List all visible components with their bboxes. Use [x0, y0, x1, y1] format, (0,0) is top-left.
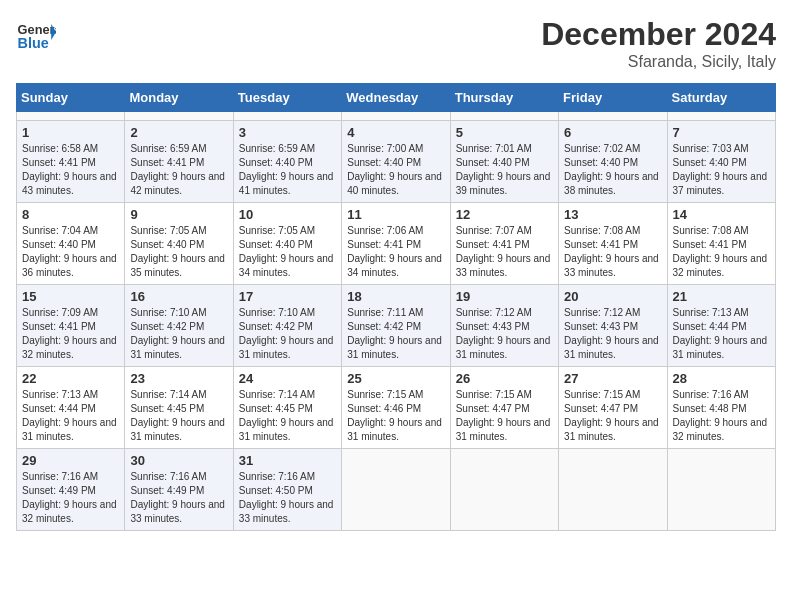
- day-number: 1: [22, 125, 119, 140]
- day-info: Sunrise: 7:16 AMSunset: 4:49 PMDaylight:…: [130, 470, 227, 526]
- calendar-cell: 25Sunrise: 7:15 AMSunset: 4:46 PMDayligh…: [342, 367, 450, 449]
- calendar-cell: 1Sunrise: 6:58 AMSunset: 4:41 PMDaylight…: [17, 121, 125, 203]
- calendar-cell: 3Sunrise: 6:59 AMSunset: 4:40 PMDaylight…: [233, 121, 341, 203]
- calendar-cell: 8Sunrise: 7:04 AMSunset: 4:40 PMDaylight…: [17, 203, 125, 285]
- day-info: Sunrise: 7:14 AMSunset: 4:45 PMDaylight:…: [130, 388, 227, 444]
- calendar-cell: [125, 112, 233, 121]
- day-info: Sunrise: 6:59 AMSunset: 4:40 PMDaylight:…: [239, 142, 336, 198]
- calendar-cell: 31Sunrise: 7:16 AMSunset: 4:50 PMDayligh…: [233, 449, 341, 531]
- day-info: Sunrise: 7:04 AMSunset: 4:40 PMDaylight:…: [22, 224, 119, 280]
- calendar-week-row: 22Sunrise: 7:13 AMSunset: 4:44 PMDayligh…: [17, 367, 776, 449]
- calendar-cell: [667, 449, 775, 531]
- location-subtitle: Sfaranda, Sicily, Italy: [541, 53, 776, 71]
- calendar-week-row: 1Sunrise: 6:58 AMSunset: 4:41 PMDaylight…: [17, 121, 776, 203]
- day-info: Sunrise: 7:13 AMSunset: 4:44 PMDaylight:…: [22, 388, 119, 444]
- day-info: Sunrise: 7:07 AMSunset: 4:41 PMDaylight:…: [456, 224, 553, 280]
- day-info: Sunrise: 7:00 AMSunset: 4:40 PMDaylight:…: [347, 142, 444, 198]
- day-info: Sunrise: 7:12 AMSunset: 4:43 PMDaylight:…: [564, 306, 661, 362]
- calendar-cell: 30Sunrise: 7:16 AMSunset: 4:49 PMDayligh…: [125, 449, 233, 531]
- calendar-cell: 20Sunrise: 7:12 AMSunset: 4:43 PMDayligh…: [559, 285, 667, 367]
- day-info: Sunrise: 7:14 AMSunset: 4:45 PMDaylight:…: [239, 388, 336, 444]
- calendar-cell: 26Sunrise: 7:15 AMSunset: 4:47 PMDayligh…: [450, 367, 558, 449]
- page-header: General Blue December 2024 Sfaranda, Sic…: [16, 16, 776, 71]
- title-block: December 2024 Sfaranda, Sicily, Italy: [541, 16, 776, 71]
- calendar-header-row: SundayMondayTuesdayWednesdayThursdayFrid…: [17, 84, 776, 112]
- day-info: Sunrise: 7:09 AMSunset: 4:41 PMDaylight:…: [22, 306, 119, 362]
- col-header-saturday: Saturday: [667, 84, 775, 112]
- day-info: Sunrise: 7:16 AMSunset: 4:49 PMDaylight:…: [22, 470, 119, 526]
- calendar-week-row: 29Sunrise: 7:16 AMSunset: 4:49 PMDayligh…: [17, 449, 776, 531]
- calendar-cell: 22Sunrise: 7:13 AMSunset: 4:44 PMDayligh…: [17, 367, 125, 449]
- day-info: Sunrise: 6:58 AMSunset: 4:41 PMDaylight:…: [22, 142, 119, 198]
- day-info: Sunrise: 7:12 AMSunset: 4:43 PMDaylight:…: [456, 306, 553, 362]
- calendar-cell: 2Sunrise: 6:59 AMSunset: 4:41 PMDaylight…: [125, 121, 233, 203]
- day-info: Sunrise: 7:08 AMSunset: 4:41 PMDaylight:…: [564, 224, 661, 280]
- calendar-cell: [342, 449, 450, 531]
- day-number: 3: [239, 125, 336, 140]
- day-number: 6: [564, 125, 661, 140]
- day-number: 2: [130, 125, 227, 140]
- generalblue-logo-icon: General Blue: [16, 16, 56, 56]
- day-number: 24: [239, 371, 336, 386]
- day-info: Sunrise: 7:10 AMSunset: 4:42 PMDaylight:…: [130, 306, 227, 362]
- calendar-cell: 11Sunrise: 7:06 AMSunset: 4:41 PMDayligh…: [342, 203, 450, 285]
- col-header-friday: Friday: [559, 84, 667, 112]
- day-number: 21: [673, 289, 770, 304]
- day-info: Sunrise: 7:01 AMSunset: 4:40 PMDaylight:…: [456, 142, 553, 198]
- day-number: 5: [456, 125, 553, 140]
- calendar-cell: 19Sunrise: 7:12 AMSunset: 4:43 PMDayligh…: [450, 285, 558, 367]
- day-number: 30: [130, 453, 227, 468]
- col-header-thursday: Thursday: [450, 84, 558, 112]
- col-header-sunday: Sunday: [17, 84, 125, 112]
- day-number: 16: [130, 289, 227, 304]
- calendar-cell: [559, 449, 667, 531]
- day-number: 9: [130, 207, 227, 222]
- calendar-cell: 21Sunrise: 7:13 AMSunset: 4:44 PMDayligh…: [667, 285, 775, 367]
- calendar-cell: [450, 449, 558, 531]
- calendar-cell: 18Sunrise: 7:11 AMSunset: 4:42 PMDayligh…: [342, 285, 450, 367]
- day-info: Sunrise: 7:03 AMSunset: 4:40 PMDaylight:…: [673, 142, 770, 198]
- calendar-cell: [450, 112, 558, 121]
- calendar-cell: 7Sunrise: 7:03 AMSunset: 4:40 PMDaylight…: [667, 121, 775, 203]
- calendar-cell: 10Sunrise: 7:05 AMSunset: 4:40 PMDayligh…: [233, 203, 341, 285]
- calendar-cell: 6Sunrise: 7:02 AMSunset: 4:40 PMDaylight…: [559, 121, 667, 203]
- day-info: Sunrise: 7:11 AMSunset: 4:42 PMDaylight:…: [347, 306, 444, 362]
- day-number: 11: [347, 207, 444, 222]
- calendar-table: SundayMondayTuesdayWednesdayThursdayFrid…: [16, 83, 776, 531]
- calendar-cell: 27Sunrise: 7:15 AMSunset: 4:47 PMDayligh…: [559, 367, 667, 449]
- day-number: 20: [564, 289, 661, 304]
- calendar-cell: 14Sunrise: 7:08 AMSunset: 4:41 PMDayligh…: [667, 203, 775, 285]
- day-number: 19: [456, 289, 553, 304]
- calendar-cell: 12Sunrise: 7:07 AMSunset: 4:41 PMDayligh…: [450, 203, 558, 285]
- calendar-cell: [559, 112, 667, 121]
- calendar-cell: 24Sunrise: 7:14 AMSunset: 4:45 PMDayligh…: [233, 367, 341, 449]
- day-info: Sunrise: 7:05 AMSunset: 4:40 PMDaylight:…: [239, 224, 336, 280]
- calendar-cell: 17Sunrise: 7:10 AMSunset: 4:42 PMDayligh…: [233, 285, 341, 367]
- day-number: 7: [673, 125, 770, 140]
- calendar-cell: 4Sunrise: 7:00 AMSunset: 4:40 PMDaylight…: [342, 121, 450, 203]
- col-header-monday: Monday: [125, 84, 233, 112]
- day-info: Sunrise: 7:15 AMSunset: 4:47 PMDaylight:…: [456, 388, 553, 444]
- day-info: Sunrise: 7:08 AMSunset: 4:41 PMDaylight:…: [673, 224, 770, 280]
- day-info: Sunrise: 7:15 AMSunset: 4:47 PMDaylight:…: [564, 388, 661, 444]
- day-info: Sunrise: 7:13 AMSunset: 4:44 PMDaylight:…: [673, 306, 770, 362]
- day-number: 31: [239, 453, 336, 468]
- calendar-cell: 16Sunrise: 7:10 AMSunset: 4:42 PMDayligh…: [125, 285, 233, 367]
- calendar-cell: [233, 112, 341, 121]
- day-number: 12: [456, 207, 553, 222]
- calendar-cell: 28Sunrise: 7:16 AMSunset: 4:48 PMDayligh…: [667, 367, 775, 449]
- day-number: 25: [347, 371, 444, 386]
- day-number: 28: [673, 371, 770, 386]
- day-number: 8: [22, 207, 119, 222]
- day-info: Sunrise: 7:16 AMSunset: 4:50 PMDaylight:…: [239, 470, 336, 526]
- day-info: Sunrise: 6:59 AMSunset: 4:41 PMDaylight:…: [130, 142, 227, 198]
- calendar-cell: [342, 112, 450, 121]
- calendar-cell: 23Sunrise: 7:14 AMSunset: 4:45 PMDayligh…: [125, 367, 233, 449]
- day-info: Sunrise: 7:16 AMSunset: 4:48 PMDaylight:…: [673, 388, 770, 444]
- calendar-cell: 29Sunrise: 7:16 AMSunset: 4:49 PMDayligh…: [17, 449, 125, 531]
- calendar-week-row: [17, 112, 776, 121]
- day-number: 15: [22, 289, 119, 304]
- day-info: Sunrise: 7:02 AMSunset: 4:40 PMDaylight:…: [564, 142, 661, 198]
- col-header-tuesday: Tuesday: [233, 84, 341, 112]
- calendar-week-row: 8Sunrise: 7:04 AMSunset: 4:40 PMDaylight…: [17, 203, 776, 285]
